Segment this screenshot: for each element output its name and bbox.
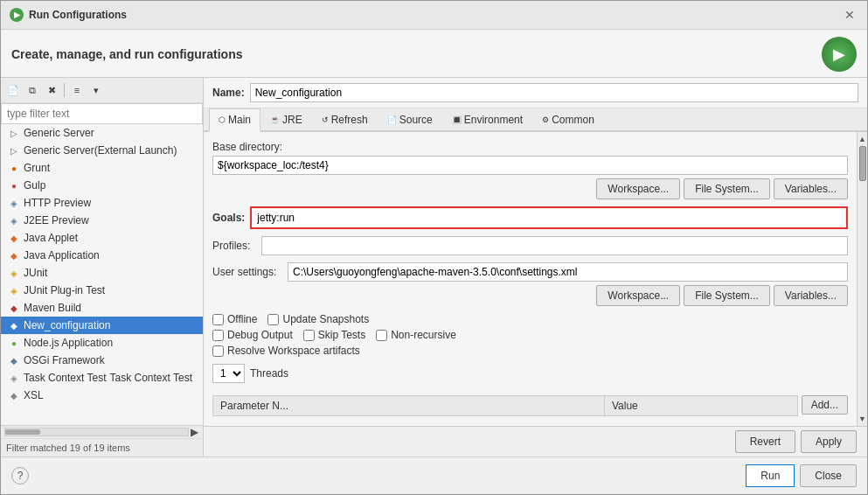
- base-dir-workspace-btn[interactable]: Workspace...: [596, 178, 680, 199]
- user-settings-input[interactable]: [288, 262, 848, 282]
- base-dir-section: Base directory: Workspace... File System…: [212, 141, 848, 199]
- filter-input[interactable]: [1, 103, 203, 124]
- source-tab-label: Source: [399, 114, 433, 126]
- non-recursive-checkbox[interactable]: Non-recursive: [376, 329, 456, 341]
- base-dir-btns: Workspace... File System... Variables...: [212, 178, 848, 199]
- tree-item-http-preview[interactable]: ◈ HTTP Preview: [1, 194, 203, 212]
- dialog-footer: ? Run Close: [1, 457, 867, 494]
- threads-label: Threads: [250, 367, 288, 380]
- revert-button[interactable]: Revert: [735, 430, 795, 453]
- tree-item-grunt[interactable]: ● Grunt: [1, 159, 203, 177]
- tabs-bar: ⬡ Main ☕ JRE ↺ Refresh 📄 Source 🔳 En: [204, 108, 867, 132]
- checkboxes-section: Offline Update Snapshots Deb: [212, 313, 848, 357]
- resolve-workspace-checkbox[interactable]: Resolve Workspace artifacts: [212, 345, 360, 357]
- tree-item-java-app[interactable]: ◆ Java Application: [1, 247, 203, 264]
- debug-output-input[interactable]: [212, 330, 224, 341]
- tab-refresh[interactable]: ↺ Refresh: [312, 108, 378, 130]
- goals-label: Goals:: [212, 212, 245, 224]
- user-settings-label: User settings:: [212, 266, 282, 278]
- tab-jre[interactable]: ☕ JRE: [260, 108, 312, 130]
- tab-main[interactable]: ⬡ Main: [209, 108, 260, 132]
- scrollbar-thumb-h[interactable]: [5, 429, 40, 435]
- scroll-down-btn[interactable]: ▼: [858, 412, 867, 426]
- update-snapshots-input[interactable]: [267, 314, 279, 325]
- resolve-workspace-label: Resolve Workspace artifacts: [227, 345, 360, 357]
- tree-item-nodejs[interactable]: ● Node.js Application: [1, 334, 203, 352]
- scroll-right-btn[interactable]: ▶: [189, 428, 199, 436]
- task-icon: ◈: [8, 372, 20, 384]
- window-close-button[interactable]: ✕: [841, 6, 858, 24]
- right-scrollbar: ▲ ▼: [857, 132, 867, 426]
- tree-item-maven-build[interactable]: ◆ Maven Build: [1, 299, 203, 317]
- user-settings-row: User settings:: [212, 262, 848, 282]
- user-settings-workspace-btn[interactable]: Workspace...: [596, 285, 680, 306]
- title-bar: ▶ Run Configurations ✕: [1, 1, 867, 30]
- left-footer: Filter matched 19 of 19 items: [1, 438, 203, 457]
- skip-tests-input[interactable]: [303, 330, 315, 341]
- profiles-row: Profiles:: [212, 236, 848, 255]
- skip-tests-label: Skip Tests: [318, 329, 365, 341]
- goals-input[interactable]: [253, 209, 845, 227]
- checkbox-row-1: Offline Update Snapshots: [212, 313, 848, 325]
- scroll-up-btn[interactable]: ▲: [858, 132, 867, 146]
- tree-item-java-applet[interactable]: ◆ Java Applet: [1, 229, 203, 247]
- filter-button[interactable]: ≡: [68, 81, 86, 99]
- add-param-button[interactable]: Add...: [802, 395, 848, 415]
- user-settings-filesystem-btn[interactable]: File System...: [684, 285, 770, 306]
- threads-row: 1 2 4 Threads: [212, 364, 848, 383]
- apply-button[interactable]: Apply: [801, 430, 857, 453]
- tree-item-xsl[interactable]: ◆ XSL: [1, 387, 203, 404]
- profiles-input[interactable]: [261, 236, 848, 255]
- tab-environment[interactable]: 🔳 Environment: [442, 108, 532, 130]
- resolve-workspace-input[interactable]: [212, 345, 224, 357]
- user-settings-variables-btn[interactable]: Variables...: [774, 285, 848, 306]
- run-button[interactable]: Run: [746, 464, 795, 487]
- non-recursive-input[interactable]: [376, 330, 387, 341]
- tree-item-osgi[interactable]: ◆ OSGi Framework: [1, 352, 203, 369]
- jre-tab-icon: ☕: [270, 115, 280, 124]
- header-section: Create, manage, and run configurations ▶: [1, 30, 867, 78]
- name-row: Name:: [204, 78, 867, 108]
- junit-plugin-icon: ◈: [8, 284, 20, 296]
- tree-item-new-config[interactable]: ◆ New_configuration: [1, 317, 203, 334]
- threads-select[interactable]: 1 2 4: [212, 364, 245, 383]
- base-dir-row: [212, 156, 848, 175]
- new-config-button[interactable]: 📄: [4, 81, 22, 99]
- debug-output-checkbox[interactable]: Debug Output: [212, 329, 293, 341]
- gulp-icon: ●: [8, 179, 20, 192]
- params-col-name: Parameter N...: [213, 396, 605, 416]
- tree-item-task-context[interactable]: ◈ Task Context Test Task Context Test: [1, 369, 203, 387]
- tree-list: ▷ Generic Server ▷ Generic Server(Extern…: [1, 124, 203, 425]
- base-dir-input[interactable]: [212, 156, 848, 175]
- user-settings-section: User settings: Workspace... File System.…: [212, 262, 848, 306]
- tab-common[interactable]: ⚙ Common: [532, 108, 604, 130]
- horizontal-scrollbar[interactable]: [4, 428, 189, 436]
- tree-item-junit-plugin[interactable]: ◈ JUnit Plug-in Test: [1, 282, 203, 299]
- params-table: Parameter N... Value: [212, 395, 798, 416]
- tab-source[interactable]: 📄 Source: [378, 108, 442, 130]
- name-input[interactable]: [250, 83, 858, 102]
- tree-item-junit[interactable]: ◈ JUnit: [1, 264, 203, 282]
- base-dir-variables-btn[interactable]: Variables...: [774, 178, 848, 199]
- tree-item-generic-server-ext[interactable]: ▷ Generic Server(External Launch): [1, 142, 203, 159]
- skip-tests-checkbox[interactable]: Skip Tests: [303, 329, 365, 341]
- offline-checkbox[interactable]: Offline: [212, 313, 257, 325]
- base-dir-filesystem-btn[interactable]: File System...: [684, 178, 770, 199]
- tree-item-j2ee[interactable]: ◈ J2EE Preview: [1, 212, 203, 229]
- help-button[interactable]: ?: [11, 467, 29, 485]
- close-dialog-button[interactable]: Close: [800, 464, 857, 487]
- server-icon: ▷: [8, 127, 20, 139]
- server-icon: ▷: [8, 144, 20, 157]
- main-content: 📄 ⧉ ✖ ≡ ▾ ▷ Generic Server ▷ Generic Ser…: [1, 78, 867, 457]
- profiles-label: Profiles:: [212, 240, 256, 252]
- java-app-icon: ◆: [8, 249, 20, 261]
- v-scrollbar-thumb[interactable]: [859, 146, 866, 181]
- tree-item-generic-server[interactable]: ▷ Generic Server: [1, 124, 203, 142]
- collapse-button[interactable]: ▾: [87, 81, 105, 99]
- tree-item-gulp[interactable]: ● Gulp: [1, 177, 203, 194]
- offline-checkbox-input[interactable]: [212, 314, 224, 325]
- update-snapshots-checkbox[interactable]: Update Snapshots: [267, 313, 369, 325]
- delete-button[interactable]: ✖: [43, 81, 60, 99]
- duplicate-button[interactable]: ⧉: [24, 81, 41, 99]
- main-tab-panel: Base directory: Workspace... File System…: [204, 132, 857, 426]
